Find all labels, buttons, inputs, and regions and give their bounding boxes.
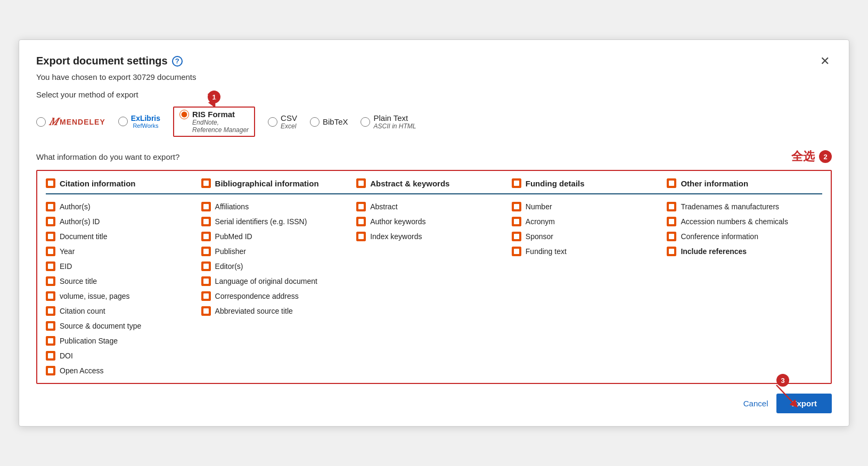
cb-author-keywords[interactable] [356, 217, 366, 226]
info-grid-headers: Citation information Bibliographical inf… [46, 178, 822, 194]
info-grid-body: Author(s) Author(s) ID Document title Ye… [46, 202, 822, 375]
cb-source-title[interactable] [46, 276, 55, 286]
method-ris[interactable]: RIS Format EndNote,Reference Manager [173, 107, 255, 137]
dialog-header: Export document settings ? ✕ [36, 55, 832, 67]
cb-publisher[interactable] [201, 247, 211, 256]
cb-abbrev-source[interactable] [201, 306, 211, 316]
col-biblio: Affiliations Serial identifiers (e.g. IS… [201, 202, 357, 316]
item-sponsor: Sponsor [512, 232, 667, 241]
select-all-text: 全选 [791, 149, 815, 165]
radio-ris[interactable] [179, 110, 189, 119]
checkbox-citation-header[interactable] [46, 178, 55, 188]
item-acronym: Acronym [512, 217, 667, 226]
cb-source-doc-type[interactable] [46, 321, 55, 331]
info-question: What information do you want to export? [36, 152, 179, 161]
radio-csv[interactable] [268, 117, 277, 127]
item-affiliations: Affiliations [201, 202, 357, 211]
checkbox-biblio-header[interactable] [201, 178, 211, 188]
cb-acronym[interactable] [512, 217, 521, 226]
item-publisher: Publisher [201, 247, 357, 256]
item-include-refs: Include references [667, 247, 822, 256]
export-button[interactable]: Export [776, 394, 832, 413]
cb-affiliations[interactable] [201, 202, 211, 211]
help-icon[interactable]: ? [172, 56, 183, 67]
col-citation: Author(s) Author(s) ID Document title Ye… [46, 202, 201, 375]
checkbox-abstract-header[interactable] [356, 178, 366, 188]
cb-citation-count[interactable] [46, 306, 55, 316]
method-plaintext[interactable]: Plain Text ASCII in HTML [361, 113, 416, 130]
cb-correspondence[interactable] [201, 291, 211, 301]
method-bibtex[interactable]: BibTeX [310, 117, 348, 127]
item-authors: Author(s) [46, 202, 201, 211]
export-methods: 𝑀 MENDELEY ExLibris RefWorks 1 [36, 107, 832, 137]
exlibris-label: ExLibris RefWorks [131, 115, 160, 129]
cb-editors[interactable] [201, 261, 211, 271]
cb-doc-title[interactable] [46, 232, 55, 241]
item-source-title: Source title [46, 276, 201, 286]
col-abstract: Abstract Author keywords Index keywords [356, 202, 512, 241]
item-funding-text: Funding text [512, 247, 667, 256]
col-other: Tradenames & manufacturers Accession num… [667, 202, 822, 256]
plaintext-label: Plain Text ASCII in HTML [373, 113, 416, 130]
cb-number[interactable] [512, 202, 521, 211]
col-funding: Number Acronym Sponsor Funding text [512, 202, 667, 256]
item-number: Number [512, 202, 667, 211]
item-doc-title: Document title [46, 232, 201, 241]
item-eid: EID [46, 261, 201, 271]
dialog-footer: 3 Cancel Export [36, 394, 832, 413]
cb-pubmed[interactable] [201, 232, 211, 241]
export-dialog: Export document settings ? ✕ You have ch… [19, 39, 849, 427]
cb-authors-id[interactable] [46, 217, 55, 226]
cb-accession[interactable] [667, 217, 676, 226]
bibtex-label: BibTeX [323, 117, 348, 126]
col-header-biblio: Bibliographical information [201, 178, 357, 188]
method-mendeley[interactable]: 𝑀 MENDELEY [36, 116, 105, 128]
radio-exlibris[interactable] [118, 117, 128, 126]
checkbox-funding-header[interactable] [512, 178, 521, 188]
checkbox-other-header[interactable] [667, 178, 676, 188]
radio-bibtex[interactable] [310, 117, 320, 127]
item-pub-stage: Publication Stage [46, 336, 201, 346]
mendeley-label: 𝑀 MENDELEY [49, 116, 105, 128]
item-pubmed: PubMed ID [201, 232, 357, 241]
cb-authors[interactable] [46, 202, 55, 211]
item-doi: DOI [46, 351, 201, 361]
cancel-button[interactable]: Cancel [743, 399, 768, 408]
title-text: Export document settings [36, 55, 168, 67]
cb-conference[interactable] [667, 232, 676, 241]
item-source-doc-type: Source & document type [46, 321, 201, 331]
item-index-keywords: Index keywords [356, 232, 512, 241]
item-authors-id: Author(s) ID [46, 217, 201, 226]
close-button[interactable]: ✕ [818, 55, 832, 67]
col-header-abstract: Abstract & keywords [356, 178, 512, 188]
doc-count-text: You have chosen to export 30729 document… [36, 72, 832, 81]
item-abstract: Abstract [356, 202, 512, 211]
cb-eid[interactable] [46, 261, 55, 271]
item-open-access: Open Access [46, 366, 201, 375]
cb-pub-stage[interactable] [46, 336, 55, 346]
item-citation-count: Citation count [46, 306, 201, 316]
cb-abstract[interactable] [356, 202, 366, 211]
radio-mendeley[interactable] [36, 117, 46, 127]
cb-index-keywords[interactable] [356, 232, 366, 241]
cb-serial-id[interactable] [201, 217, 211, 226]
cb-sponsor[interactable] [512, 232, 521, 241]
cb-lang[interactable] [201, 276, 211, 286]
col-header-other: Other information [667, 178, 822, 188]
method-exlibris[interactable]: ExLibris RefWorks [118, 115, 160, 129]
cb-volume[interactable] [46, 291, 55, 301]
method-csv[interactable]: CSV Excel [268, 113, 297, 130]
cb-doi[interactable] [46, 351, 55, 361]
cb-year[interactable] [46, 247, 55, 256]
item-serial-id: Serial identifiers (e.g. ISSN) [201, 217, 357, 226]
cb-include-refs[interactable] [667, 247, 676, 256]
radio-plaintext[interactable] [361, 117, 370, 127]
item-tradenames: Tradenames & manufacturers [667, 202, 822, 211]
cb-tradenames[interactable] [667, 202, 676, 211]
item-year: Year [46, 247, 201, 256]
cb-open-access[interactable] [46, 366, 55, 375]
select-all[interactable]: 全选 2 [791, 149, 832, 165]
cb-funding-text[interactable] [512, 247, 521, 256]
mendeley-logo: 𝑀 MENDELEY [49, 116, 105, 128]
dialog-title: Export document settings ? [36, 55, 183, 67]
